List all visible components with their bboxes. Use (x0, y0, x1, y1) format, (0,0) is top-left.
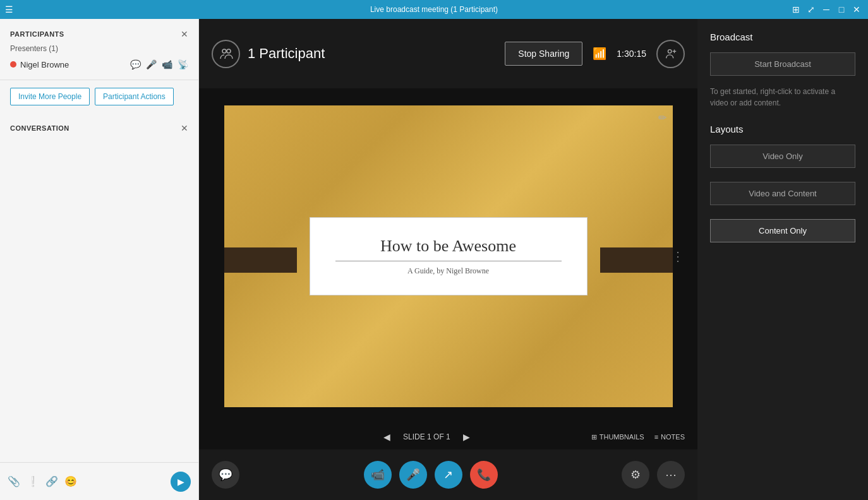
message-bar: 📎 ❕ 🔗 😊 ▶ (0, 462, 198, 500)
participants-header: PARTICIPANTS ✕ (10, 29, 188, 39)
title-bar: ☰ Live broadcast meeting (1 Participant)… (0, 0, 868, 19)
participant-info: 1 Participant (212, 40, 325, 68)
add-participants-button[interactable] (656, 40, 685, 68)
bottom-center-controls: 📹 🎤 ↗ 📞 (364, 461, 498, 489)
video-only-button[interactable]: Video Only (710, 145, 855, 168)
send-button[interactable]: ▶ (171, 472, 191, 492)
close-conversation-icon[interactable]: ✕ (181, 123, 188, 133)
chat-icon[interactable]: 💬 (130, 59, 141, 69)
chat-toggle-button[interactable]: 💬 (212, 461, 239, 489)
slide-view-options: ⊞ THUMBNAILS ≡ NOTES (591, 433, 685, 441)
participants-title: PARTICIPANTS (10, 30, 64, 38)
participant-name-area: Nigel Browne (10, 60, 69, 69)
participant-row: Nigel Browne 💬 🎤 📹 📡 (10, 59, 188, 69)
topbar-right: Stop Sharing 📶 1:30:15 (505, 40, 685, 68)
slide-subtitle: A Guide, by Nigel Browne (335, 266, 562, 276)
sidebar-buttons: Invite More People Participant Actions (0, 80, 198, 113)
content-area: 1 Participant Stop Sharing 📶 1:30:15 (199, 19, 697, 500)
bottom-left-controls: 💬 (212, 461, 239, 489)
call-timer: 1:30:15 (617, 49, 646, 59)
bottom-bar: 💬 📹 🎤 ↗ 📞 ⚙ ⋯ (199, 449, 697, 500)
conversation-section: CONVERSATION ✕ (0, 113, 198, 462)
slide-content-box: How to be Awesome A Guide, by Nigel Brow… (310, 217, 588, 295)
stop-sharing-button[interactable]: Stop Sharing (505, 42, 582, 66)
participant-count: 1 Participant (248, 45, 325, 62)
notes-button[interactable]: ≡ NOTES (654, 433, 685, 441)
expand-icon[interactable]: ⤢ (805, 4, 817, 15)
right-panel: Broadcast Start Broadcast To get started… (697, 19, 868, 500)
slide-container: How to be Awesome A Guide, by Nigel Brow… (199, 88, 697, 424)
broadcast-icon[interactable]: 📡 (178, 59, 188, 69)
participant-name: Nigel Browne (20, 60, 69, 69)
thumbnails-button[interactable]: ⊞ THUMBNAILS (591, 433, 644, 441)
content-topbar: 1 Participant Stop Sharing 📶 1:30:15 (199, 19, 697, 88)
window-title: Live broadcast meeting (1 Participant) (370, 5, 498, 14)
content-only-button[interactable]: Content Only (710, 219, 855, 242)
thumbnails-icon: ⊞ (591, 433, 597, 441)
close-button[interactable]: ✕ (850, 4, 863, 15)
slide-dark-band-left (224, 247, 297, 273)
prev-slide-button[interactable]: ◀ (383, 432, 390, 442)
svg-point-1 (227, 49, 231, 53)
svg-point-0 (222, 49, 226, 53)
attachment-icon[interactable]: 📎 (8, 475, 20, 487)
slide-frame: How to be Awesome A Guide, by Nigel Brow… (224, 105, 673, 407)
window-controls: ⊞ ⤢ ─ □ ✕ (790, 4, 863, 15)
mic-button[interactable]: 🎤 (399, 461, 427, 489)
close-participants-icon[interactable]: ✕ (181, 29, 188, 39)
notes-label: NOTES (661, 433, 685, 441)
settings-icon[interactable]: ⊞ (790, 4, 802, 15)
notes-icon: ≡ (654, 433, 658, 441)
participant-actions-button[interactable]: Participant Actions (95, 88, 174, 105)
minimize-button[interactable]: ─ (820, 4, 833, 15)
conversation-header: CONVERSATION ✕ (10, 123, 188, 133)
slide-info: SLIDE 1 OF 1 (403, 432, 450, 441)
mic-icon[interactable]: 🎤 (146, 59, 157, 69)
video-and-content-button[interactable]: Video and Content (710, 182, 855, 205)
presenters-label: Presenters (1) (10, 44, 188, 53)
resize-handle[interactable]: ⋮ (672, 249, 684, 264)
broadcast-title: Broadcast (710, 32, 855, 42)
end-call-button[interactable]: 📞 (470, 461, 498, 489)
app-icon: ☰ (5, 4, 13, 15)
sidebar: PARTICIPANTS ✕ Presenters (1) Nigel Brow… (0, 19, 199, 500)
slide-divider (335, 261, 562, 261)
invite-more-button[interactable]: Invite More People (10, 88, 90, 105)
link-icon[interactable]: 🔗 (45, 475, 58, 487)
main-container: PARTICIPANTS ✕ Presenters (1) Nigel Brow… (0, 19, 868, 500)
slide-nav-center: ◀ SLIDE 1 OF 1 ▶ (383, 432, 470, 442)
slide-wrapper: How to be Awesome A Guide, by Nigel Brow… (224, 105, 673, 407)
thumbnails-label: THUMBNAILS (600, 433, 644, 441)
conversation-title: CONVERSATION (10, 124, 69, 132)
participant-action-icons: 💬 🎤 📹 📡 (130, 59, 188, 69)
video-button[interactable]: 📹 (364, 461, 392, 489)
camera-icon[interactable]: 📹 (162, 59, 172, 69)
settings-button[interactable]: ⚙ (622, 461, 649, 489)
signal-icon: 📶 (593, 47, 606, 61)
more-options-button[interactable]: ⋯ (657, 461, 685, 489)
slide-nav: ◀ SLIDE 1 OF 1 ▶ ⊞ THUMBNAILS ≡ NOTES (199, 424, 697, 449)
share-button[interactable]: ↗ (435, 461, 462, 489)
maximize-button[interactable]: □ (835, 4, 848, 15)
broadcast-hint: To get started, right-click to activate … (710, 86, 855, 109)
edit-pencil-icon[interactable]: ✏ (658, 112, 666, 124)
slide-dark-band-right (600, 247, 673, 273)
next-slide-button[interactable]: ▶ (463, 432, 470, 442)
bottom-right-controls: ⚙ ⋯ (622, 461, 685, 489)
participants-section: PARTICIPANTS ✕ Presenters (1) Nigel Brow… (0, 19, 198, 80)
emoji-icon[interactable]: 😊 (64, 475, 77, 487)
status-dot (10, 61, 16, 68)
svg-point-2 (668, 50, 672, 54)
alert-icon[interactable]: ❕ (27, 475, 39, 487)
participants-circle-icon (212, 40, 240, 68)
start-broadcast-button[interactable]: Start Broadcast (710, 52, 855, 76)
slide-title: How to be Awesome (335, 237, 562, 256)
layouts-title: Layouts (710, 124, 855, 134)
